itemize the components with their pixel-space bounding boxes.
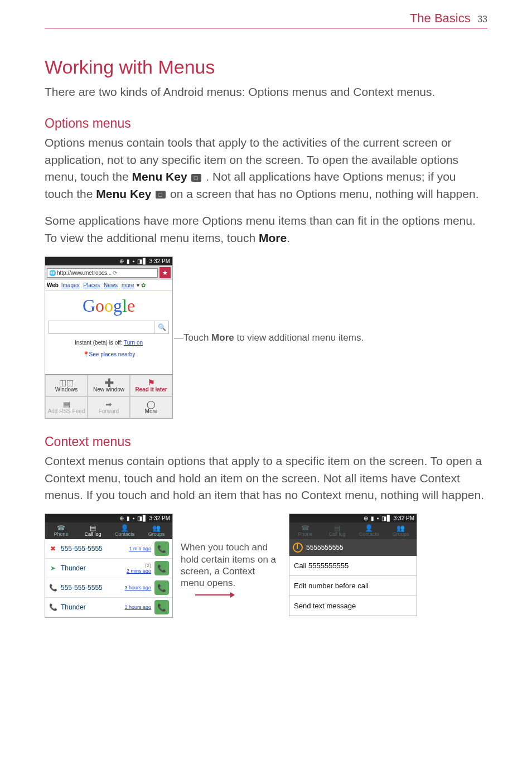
phone-icon: ☎ [289,525,321,531]
plus-icon: ➕ [88,379,129,386]
dial-button[interactable]: 📞 [154,600,169,614]
call-row[interactable]: ➤ Thunder (2)2 mins ago 📞 [45,559,172,578]
status-icons: ⊕ ▮ ▪ ◨▋ [119,515,148,521]
group-icon: 👥 [385,525,417,531]
dial-button[interactable]: 📞 [154,580,169,595]
page-header: The Basics 33 [45,11,487,28]
group-icon: 👥 [141,525,172,531]
intro-text: There are two kinds of Android menus: Op… [45,84,487,100]
status-icons: ⊕ ▮ ▪ ◨▋ [119,258,148,264]
tab-news[interactable]: News [104,282,118,288]
tab-images[interactable]: Images [61,282,80,288]
tab-contacts: 👤Contacts [353,522,385,539]
more-label: More [259,231,287,244]
options-heading: Options menus [45,116,487,131]
options-para-2: Some applications have more Options menu… [45,212,487,246]
outgoing-call-icon: ➤ [49,564,57,572]
url-input[interactable]: 🌐 http://www.metropcs... ⟳ [47,268,158,278]
turn-on-link[interactable]: Turn on [124,340,143,346]
header-rule [45,28,487,28]
status-bar: ⊕ ▮ ▪ ◨▋ 3:32 PM [45,257,172,265]
status-time: 3:32 PM [149,515,170,521]
menu-new-window[interactable]: ➕New window [88,375,130,396]
tab-groups: 👥Groups [385,522,417,539]
contact-icon: 👤 [353,525,385,531]
page-number: 33 [477,14,487,24]
tab-groups[interactable]: 👥Groups [141,522,172,539]
windows-icon: ◫◫ [46,379,87,386]
context-menu-header: 5555555555 [289,539,417,556]
url-bar: 🌐 http://www.metropcs... ⟳ ★ [45,265,172,280]
tab-phone: ☎Phone [289,522,321,539]
menu-windows[interactable]: ◫◫Windows [45,375,88,396]
google-logo: Google [45,296,172,316]
forward-icon: ➡ [88,400,129,408]
search-input[interactable] [49,321,154,333]
arrow-icon [195,594,234,595]
status-icons: ⊕ ▮ ▪ ◨▋ [364,515,392,521]
menu-more[interactable]: ◯More [130,396,172,418]
context-heading: Context menus [45,434,487,449]
phone-tabs: ☎Phone ▤Call log 👤Contacts 👥Groups [289,522,417,539]
context-number: 5555555555 [306,544,344,551]
tab-call-log[interactable]: ▤Call log [77,522,109,539]
call-row[interactable]: 📞 Thunder 3 hours ago 📞 [45,598,172,617]
tab-web[interactable]: Web [47,282,59,288]
tab-contacts[interactable]: 👤Contacts [109,522,141,539]
options-menu: ◫◫Windows ➕New window ⚑Read it later ▤Ad… [45,374,172,418]
instant-line: Instant (beta) is off: Turn on [45,340,172,346]
status-bar: ⊕ ▮ ▪ ◨▋ 3:32 PM [45,514,172,522]
tab-places[interactable]: Places [83,282,100,288]
see-places-link[interactable]: 📍See places nearby [45,351,172,357]
incoming-call-icon: 📞 [49,584,57,592]
list-icon: ▤ [321,525,353,531]
menu-key-icon [156,191,166,198]
info-icon [293,543,303,553]
callout-more: —Touch More to view additional menu item… [174,332,364,343]
contact-icon: 👤 [109,525,141,531]
refresh-icon[interactable]: ⟳ [113,270,117,276]
menu-add-rss[interactable]: ▤Add RSS Feed [45,396,88,418]
section-title: The Basics [410,11,471,25]
call-row[interactable]: 📞 555-555-5555 3 hours ago 📞 [45,578,172,598]
context-item-sms[interactable]: Send text message [289,596,417,616]
dial-button[interactable]: 📞 [154,541,169,556]
pin-icon: 📍 [83,351,89,357]
flag-icon: ⚑ [130,379,172,386]
search-button[interactable]: 🔍 [154,321,168,333]
status-time: 3:32 PM [149,258,170,264]
tab-call-log: ▤Call log [321,522,353,539]
status-bar: ⊕ ▮ ▪ ◨▋ 3:32 PM [289,514,417,522]
globe-icon: 🌐 [49,270,56,276]
context-item-call[interactable]: Call 5555555555 [289,556,417,576]
incoming-call-icon: 📞 [49,603,57,611]
phone-icon: ☎ [45,525,77,531]
context-item-edit[interactable]: Edit number before call [289,576,417,596]
dial-button[interactable]: 📞 [154,561,169,575]
tab-more[interactable]: more [122,282,134,288]
phone-tabs: ☎Phone ▤Call log 👤Contacts 👥Groups [45,522,172,539]
menu-read-later[interactable]: ⚑Read it later [130,375,172,396]
menu-forward[interactable]: ➡Forward [88,396,130,418]
menu-key-label: Menu Key [132,170,187,183]
menu-key-label: Menu Key [96,187,151,200]
browser-screenshot: ⊕ ▮ ▪ ◨▋ 3:32 PM 🌐 http://www.metropcs..… [45,256,173,419]
more-icon: ◯ [130,400,172,408]
callout-leader: — [174,332,183,343]
google-nav: Web Images Places News more ▾ ✿ [45,280,172,291]
call-row[interactable]: ✖ 555-555-5555 1 min ago 📞 [45,539,172,559]
bookmark-button[interactable]: ★ [159,267,171,278]
options-figure: ⊕ ▮ ▪ ◨▋ 3:32 PM 🌐 http://www.metropcs..… [45,256,487,419]
middle-annotation: When you touch and hold certain items on… [173,541,289,595]
context-menu-screenshot: ⊕ ▮ ▪ ◨▋ 3:32 PM ☎Phone ▤Call log 👤Conta… [289,514,417,616]
status-time: 3:32 PM [394,515,414,521]
context-figure: ⊕ ▮ ▪ ◨▋ 3:32 PM ☎Phone ▤Call log 👤Conta… [45,514,487,618]
page-title: Working with Menus [45,56,487,78]
missed-call-icon: ✖ [49,545,57,553]
search-row: 🔍 [49,321,169,334]
menu-key-icon [191,174,201,182]
context-para: Context menus contain options that apply… [45,453,487,503]
list-icon: ▤ [77,525,109,531]
tab-phone[interactable]: ☎Phone [45,522,77,539]
gear-icon[interactable]: ✿ [141,282,146,288]
